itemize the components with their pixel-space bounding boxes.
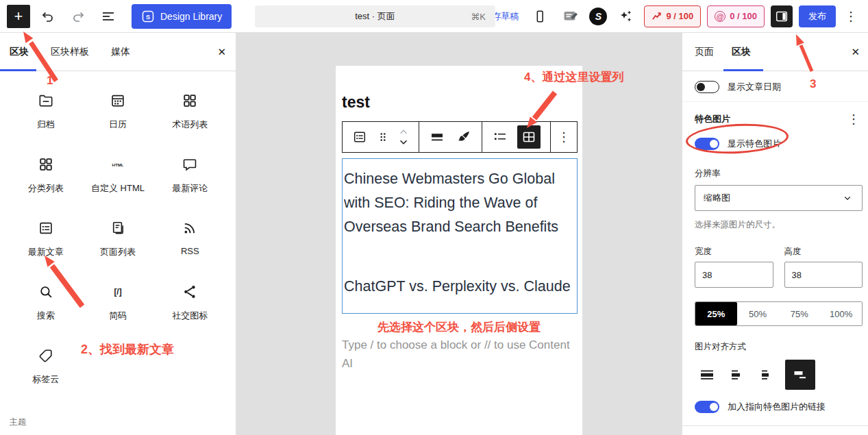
align-left-icon[interactable] xyxy=(725,362,749,387)
size-100-button[interactable]: 100% xyxy=(820,302,862,325)
block-toolbar: ⋮ xyxy=(342,121,578,153)
publish-button[interactable]: 发布 xyxy=(799,5,836,27)
seo-score-badge[interactable]: 9 / 100 xyxy=(644,5,701,27)
size-75-button[interactable]: 75% xyxy=(779,302,821,325)
move-up-down-icons[interactable] xyxy=(397,127,410,147)
ai-sparkles-icon[interactable] xyxy=(613,4,638,29)
block-item-calendar[interactable]: 日历 xyxy=(82,89,153,153)
close-inserter-icon[interactable]: ✕ xyxy=(217,46,226,58)
block-item-archives[interactable]: 归档 xyxy=(10,89,82,153)
block-item-label: 最新评论 xyxy=(172,182,208,195)
size-percentage-group: 25% 50% 75% 100% xyxy=(695,301,863,326)
options-kebab-icon[interactable]: ⋮ xyxy=(842,10,860,23)
block-inserter-button[interactable]: + xyxy=(7,5,30,28)
spectra-icon[interactable]: S xyxy=(589,8,607,25)
block-item-label: RSS xyxy=(181,246,199,256)
block-item-label: 归档 xyxy=(37,119,55,131)
design-library-logo-icon: S xyxy=(141,10,155,23)
content-ai-badge[interactable]: @ 0 / 100 xyxy=(707,5,765,27)
height-input[interactable] xyxy=(784,262,863,288)
resolution-help-text: 选择来源图片的尺寸。 xyxy=(695,219,863,231)
block-item-tag-cloud[interactable]: 标签云 xyxy=(10,344,82,408)
block-item-label: 日历 xyxy=(109,119,127,131)
resolution-value: 缩略图 xyxy=(704,192,730,204)
block-item-latest-comments[interactable]: 最新评论 xyxy=(154,153,226,216)
image-alignment-label: 图片对齐方式 xyxy=(695,341,863,353)
align-right-icon[interactable] xyxy=(785,360,815,390)
block-item-label: 自定义 HTML xyxy=(91,182,145,195)
block-item-shortcode[interactable]: [/] 简码 xyxy=(82,280,153,344)
block-item-term-list[interactable]: 术语列表 xyxy=(154,89,226,153)
block-item-social-icons[interactable]: 社交图标 xyxy=(154,280,226,344)
drag-handle-icon[interactable] xyxy=(377,131,389,143)
inserter-tabs: 区块 区块样板 媒体 ✕ xyxy=(0,33,236,71)
close-settings-icon[interactable]: ✕ xyxy=(851,46,860,58)
editor-notes-icon[interactable] xyxy=(558,4,583,29)
block-item-page-list[interactable]: 页面列表 xyxy=(82,216,153,280)
content-ai-value: 0 / 100 xyxy=(730,11,757,21)
size-50-button[interactable]: 50% xyxy=(737,302,779,325)
active-tab-underline xyxy=(0,69,36,71)
block-inserter-panel: 区块 区块样板 媒体 ✕ 归档 日历 术语列表 分类列表 HTML 自定义 HT… xyxy=(0,33,236,435)
page-title[interactable]: test xyxy=(342,93,582,112)
block-appender-placeholder[interactable]: Type / to choose a block or // to use Co… xyxy=(342,336,575,373)
list-layout-icon[interactable] xyxy=(492,129,508,145)
block-item-search[interactable]: 搜索 xyxy=(10,280,82,344)
tab-patterns[interactable]: 区块样板 xyxy=(51,46,89,58)
sidebar-toggle-icon xyxy=(774,9,789,24)
block-options-kebab-icon[interactable]: ⋮ xyxy=(555,131,573,143)
block-item-category-list[interactable]: 分类列表 xyxy=(10,153,82,216)
block-editor-window: + S Design Library test · 页面 ⌘K xyxy=(0,0,868,435)
tab-page[interactable]: 页面 xyxy=(695,46,714,58)
list-view-icon[interactable] xyxy=(96,4,121,29)
toolbar-group-more: ⋮ xyxy=(551,122,577,152)
svg-text:HTML: HTML xyxy=(112,162,124,167)
width-input[interactable] xyxy=(695,262,773,288)
align-center-icon[interactable] xyxy=(755,362,780,387)
tab-block[interactable]: 区块 xyxy=(732,46,751,58)
block-item-label: 搜索 xyxy=(37,310,55,322)
image-alignment-row xyxy=(695,360,863,390)
undo-icon[interactable] xyxy=(36,4,60,29)
settings-tabs: 页面 区块 ✕ xyxy=(682,33,868,71)
redo-icon[interactable] xyxy=(66,4,90,29)
align-none-icon[interactable] xyxy=(695,362,719,387)
block-item-custom-html[interactable]: HTML 自定义 HTML xyxy=(82,153,153,216)
block-library-grid: 归档 日历 术语列表 分类列表 HTML 自定义 HTML 最新评论 最新文章 … xyxy=(0,71,236,408)
block-item-rss[interactable]: RSS xyxy=(154,216,226,280)
pages-icon xyxy=(109,219,127,237)
size-25-button[interactable]: 25% xyxy=(695,302,737,325)
command-k-shortcut: ⌘K xyxy=(471,12,486,22)
dimensions-grid: 宽度 高度 xyxy=(695,246,863,288)
design-library-button[interactable]: S Design Library xyxy=(132,4,232,29)
selected-latest-posts-block[interactable]: Chinese Webmasters Go Global with SEO: R… xyxy=(342,158,578,314)
resolution-select[interactable]: 缩略图 xyxy=(695,185,863,211)
settings-sidebar: 页面 区块 ✕ 显示文章日期 特色图片 ⋮ 显示特色图片 分辨率 缩略图 选择来… xyxy=(682,33,868,435)
tag-icon xyxy=(37,347,55,364)
html-icon: HTML xyxy=(109,156,127,173)
settings-panel-toggle-button[interactable] xyxy=(771,5,793,27)
svg-text:S: S xyxy=(146,13,150,20)
styles-brush-icon[interactable] xyxy=(456,129,472,145)
grid-icon xyxy=(181,92,199,110)
document-switcher[interactable]: test · 页面 ⌘K xyxy=(255,5,495,27)
block-item-latest-posts[interactable]: 最新文章 xyxy=(10,216,82,280)
latest-posts-block-icon[interactable] xyxy=(351,129,368,145)
align-icon[interactable] xyxy=(429,129,445,145)
featured-image-heading: 特色图片 xyxy=(695,113,730,125)
featured-image-kebab-icon[interactable]: ⋮ xyxy=(845,113,863,125)
toolbar-group-style xyxy=(419,122,482,152)
block-item-label: 术语列表 xyxy=(172,119,208,131)
grid-layout-icon[interactable] xyxy=(517,125,541,149)
show-post-date-toggle[interactable] xyxy=(695,81,719,93)
show-post-date-label: 显示文章日期 xyxy=(728,81,781,93)
block-item-label: 标签云 xyxy=(32,373,59,386)
tab-media[interactable]: 媒体 xyxy=(111,46,130,58)
block-item-label: 最新文章 xyxy=(28,246,64,258)
preview-device-icon[interactable] xyxy=(528,4,552,29)
link-featured-image-row: 加入指向特色图片的链接 xyxy=(695,401,863,413)
active-settings-tab-underline xyxy=(723,69,763,71)
tab-blocks[interactable]: 区块 xyxy=(10,46,29,58)
show-featured-image-toggle[interactable] xyxy=(695,138,719,150)
link-featured-image-toggle[interactable] xyxy=(695,401,719,413)
